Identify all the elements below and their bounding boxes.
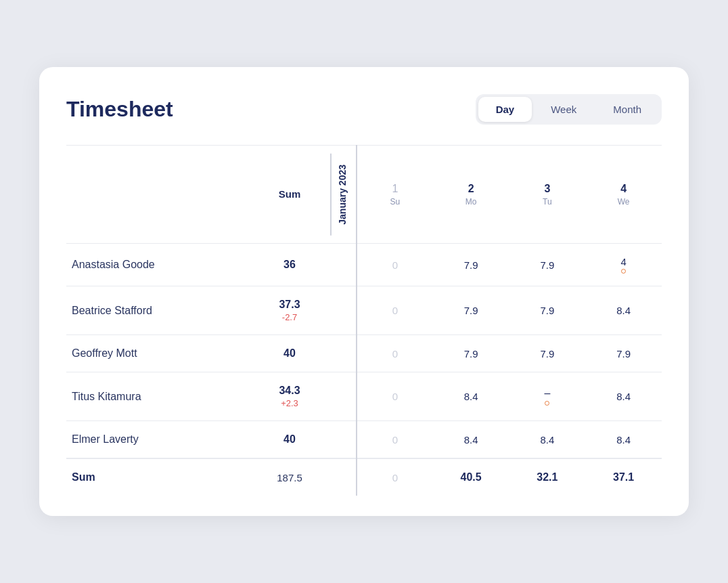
cell-2-3: 7.9 [585, 335, 662, 372]
day-num-2: 2 [440, 182, 503, 195]
cell-2-0: 0 [357, 335, 433, 372]
footer-cell-2: 32.1 [509, 458, 586, 496]
table-row: Elmer Laverty4008.48.48.4 [66, 421, 662, 459]
cell-4-0: 0 [357, 421, 433, 459]
cell-2-2: 7.9 [509, 335, 586, 372]
day-header-3: 3 Tu [509, 145, 586, 244]
sum-column-header: Sum [256, 145, 323, 244]
cell-0-0: 0 [357, 244, 433, 286]
view-toggle: Day Week Month [476, 94, 662, 125]
timesheet-card: Timesheet Day Week Month Sum January 202… [39, 67, 689, 517]
day-num-3: 3 [516, 182, 579, 195]
cell-4-3: 8.4 [585, 421, 662, 459]
page-title: Timesheet [66, 97, 173, 122]
footer-total: 187.5 [256, 458, 323, 496]
row-month-sep-4 [323, 421, 357, 459]
day-num-4: 4 [592, 182, 655, 195]
cell-1-0: 0 [357, 286, 433, 335]
row-month-sep-2 [323, 335, 357, 372]
month-label-header: January 2023 [323, 145, 357, 244]
row-name-1: Beatrice Stafford [66, 286, 256, 335]
footer-cell-3: 37.1 [585, 458, 662, 496]
table-wrapper: Sum January 2023 1 Su 2 Mo 3 Tu [66, 145, 662, 496]
footer-cell-0: 0 [357, 458, 433, 496]
row-name-4: Elmer Laverty [66, 421, 256, 459]
table-row: Geoffrey Mott4007.97.97.9 [66, 335, 662, 372]
day-button[interactable]: Day [478, 97, 532, 122]
row-sum-0: 36 [256, 244, 323, 286]
day-label-2: Mo [465, 197, 477, 207]
day-header-4: 4 We [585, 145, 662, 244]
name-column-header [66, 145, 256, 244]
day-label-1: Su [390, 197, 401, 207]
cell-3-0: 0 [357, 372, 433, 421]
cell-0-1: 7.9 [433, 244, 509, 286]
day-label-4: We [618, 197, 630, 207]
row-month-sep-3 [323, 372, 357, 421]
cell-1-2: 7.9 [509, 286, 586, 335]
row-sum-3: 34.3+2.3 [256, 372, 323, 421]
cell-0-2: 7.9 [509, 244, 586, 286]
month-button[interactable]: Month [595, 97, 659, 122]
cell-3-3: 8.4 [585, 372, 662, 421]
footer-cell-1: 40.5 [433, 458, 509, 496]
cell-1-1: 7.9 [433, 286, 509, 335]
row-name-3: Titus Kitamura [66, 372, 256, 421]
day-label-3: Tu [543, 197, 552, 207]
table-row: Anastasia Goode3607.97.94 [66, 244, 662, 286]
footer-row: Sum187.5040.532.137.1 [66, 458, 662, 496]
table-row: Titus Kitamura34.3+2.308.4–8.4 [66, 372, 662, 421]
cell-0-3: 4 [585, 244, 662, 286]
week-button[interactable]: Week [533, 97, 594, 122]
table-row: Beatrice Stafford37.3-2.707.97.98.4 [66, 286, 662, 335]
day-header-2: 2 Mo [433, 145, 509, 244]
footer-month-sep [323, 458, 357, 496]
timesheet-table: Sum January 2023 1 Su 2 Mo 3 Tu [66, 145, 662, 496]
cell-4-2: 8.4 [509, 421, 586, 459]
row-month-sep-1 [323, 286, 357, 335]
cell-4-1: 8.4 [433, 421, 509, 459]
footer-label: Sum [66, 458, 256, 496]
row-sum-4: 40 [256, 421, 323, 459]
month-label: January 2023 [330, 154, 349, 236]
cell-1-3: 8.4 [585, 286, 662, 335]
table-header-row: Sum January 2023 1 Su 2 Mo 3 Tu [66, 145, 662, 244]
row-name-2: Geoffrey Mott [66, 335, 256, 372]
day-num-1: 1 [364, 182, 426, 195]
cell-3-1: 8.4 [433, 372, 509, 421]
row-sum-1: 37.3-2.7 [256, 286, 323, 335]
day-header-1: 1 Su [357, 145, 433, 244]
row-month-sep-0 [323, 244, 357, 286]
cell-2-1: 7.9 [433, 335, 509, 372]
row-sum-2: 40 [256, 335, 323, 372]
cell-3-2: – [509, 372, 586, 421]
header: Timesheet Day Week Month [66, 94, 662, 125]
row-name-0: Anastasia Goode [66, 244, 256, 286]
